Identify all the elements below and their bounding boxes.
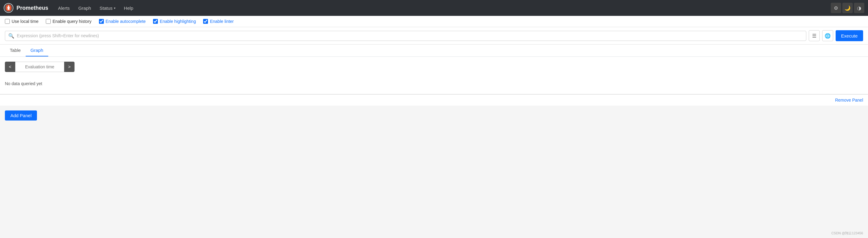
contrast-button[interactable]: ◑ bbox=[854, 3, 864, 13]
main-panel: Table Graph < > No data queried yet bbox=[0, 44, 868, 94]
prometheus-logo bbox=[4, 3, 13, 13]
format-icon: ☰ bbox=[812, 33, 816, 39]
enable-autocomplete-option[interactable]: Enable autocomplete bbox=[99, 19, 146, 24]
enable-linter-checkbox[interactable] bbox=[203, 19, 208, 24]
eval-time-input[interactable] bbox=[15, 62, 64, 72]
eval-prev-button[interactable]: < bbox=[5, 62, 15, 72]
dark-mode-button[interactable]: 🌙 bbox=[842, 3, 853, 13]
remove-panel-row: Remove Panel bbox=[0, 94, 868, 106]
remove-panel-link[interactable]: Remove Panel bbox=[835, 98, 863, 103]
eval-next-button[interactable]: > bbox=[64, 62, 74, 72]
gear-button[interactable]: ⚙ bbox=[831, 3, 841, 13]
enable-query-history-option[interactable]: Enable query history bbox=[46, 19, 92, 24]
enable-autocomplete-checkbox[interactable] bbox=[99, 19, 104, 24]
format-button[interactable]: ☰ bbox=[809, 30, 820, 41]
nav-help[interactable]: Help bbox=[120, 4, 137, 12]
options-bar: Use local time Enable query history Enab… bbox=[0, 16, 868, 27]
enable-highlighting-option[interactable]: Enable highlighting bbox=[153, 19, 196, 24]
add-panel-button[interactable]: Add Panel bbox=[5, 110, 37, 121]
nav-status-button[interactable]: Status bbox=[96, 4, 119, 12]
enable-autocomplete-label: Enable autocomplete bbox=[106, 19, 146, 24]
navbar-actions: ⚙ 🌙 ◑ bbox=[831, 3, 864, 13]
nav-alerts[interactable]: Alerts bbox=[54, 4, 73, 12]
enable-highlighting-label: Enable highlighting bbox=[160, 19, 196, 24]
use-local-time-checkbox[interactable] bbox=[5, 19, 10, 24]
brand-link[interactable]: Prometheus bbox=[4, 3, 48, 13]
brand-label: Prometheus bbox=[17, 5, 48, 11]
moon-icon: 🌙 bbox=[844, 5, 850, 11]
use-local-time-label: Use local time bbox=[11, 19, 38, 24]
enable-linter-option[interactable]: Enable linter bbox=[203, 19, 234, 24]
footer-row: Add Panel bbox=[0, 106, 868, 126]
gear-icon: ⚙ bbox=[834, 5, 838, 11]
enable-query-history-checkbox[interactable] bbox=[46, 19, 51, 24]
metrics-browser-button[interactable]: 🌐 bbox=[822, 30, 833, 41]
panel-tabs: Table Graph bbox=[0, 44, 868, 57]
enable-query-history-label: Enable query history bbox=[53, 19, 92, 24]
execute-button[interactable]: Execute bbox=[836, 30, 863, 41]
search-icon: 🔍 bbox=[8, 33, 14, 39]
enable-highlighting-checkbox[interactable] bbox=[153, 19, 158, 24]
nav-links: Alerts Graph Status Help bbox=[54, 4, 831, 12]
table-content: < > No data queried yet bbox=[0, 57, 868, 94]
navbar: Prometheus Alerts Graph Status Help ⚙ 🌙 … bbox=[0, 0, 868, 16]
eval-time-row: < > bbox=[5, 62, 863, 72]
nav-graph[interactable]: Graph bbox=[74, 4, 95, 12]
metrics-icon: 🌐 bbox=[825, 33, 831, 39]
tab-graph[interactable]: Graph bbox=[26, 44, 48, 57]
expression-input[interactable] bbox=[17, 33, 803, 38]
tab-table[interactable]: Table bbox=[5, 44, 26, 57]
expression-input-wrapper: 🔍 bbox=[5, 31, 806, 41]
enable-linter-label: Enable linter bbox=[210, 19, 234, 24]
nav-status-dropdown: Status bbox=[96, 4, 119, 12]
svg-point-2 bbox=[8, 8, 9, 9]
no-data-message: No data queried yet bbox=[5, 78, 863, 89]
search-bar: 🔍 ☰ 🌐 Execute bbox=[0, 27, 868, 44]
contrast-icon: ◑ bbox=[857, 5, 861, 11]
use-local-time-option[interactable]: Use local time bbox=[5, 19, 38, 24]
